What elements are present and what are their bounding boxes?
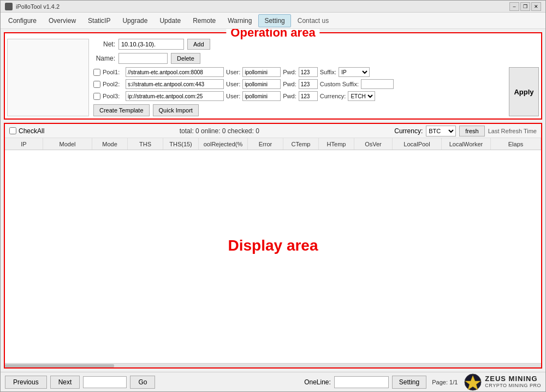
scrollbar-track xyxy=(5,364,541,367)
checkall-label: CheckAll xyxy=(19,127,44,135)
currency-label: Currency: xyxy=(394,127,423,135)
pool3-user[interactable] xyxy=(242,91,281,101)
col-localpool-header: LocalPool xyxy=(393,138,442,150)
page-info: Page: 1/1 xyxy=(432,379,458,385)
pool1-pwd-label: Pwd: xyxy=(283,69,296,75)
col-elaps-header: Elaps xyxy=(491,138,541,150)
pool2-custom-suffix[interactable] xyxy=(361,79,394,89)
pool3-url[interactable] xyxy=(126,91,224,101)
pool3-user-label: User: xyxy=(226,93,240,99)
status-text: total: 0 online: 0 checked: 0 xyxy=(49,127,390,135)
pool2-url[interactable] xyxy=(126,79,224,89)
fresh-button[interactable]: fresh xyxy=(459,126,484,136)
pool-rows: Pool1: User: Pwd: Suffix: IP MAC xyxy=(93,67,505,116)
pool2-suffix-label: Custom Suffix: xyxy=(320,81,359,87)
col-error-header: Error xyxy=(248,138,283,150)
checkall-checkbox[interactable] xyxy=(9,127,16,134)
menu-contactus[interactable]: Contact us xyxy=(292,15,334,27)
pool1-url[interactable] xyxy=(126,67,224,77)
last-refresh-label: Last Refresh Time xyxy=(488,128,537,134)
add-button[interactable]: Add xyxy=(187,39,210,50)
menu-upgrade[interactable]: Upgrade xyxy=(117,15,153,27)
horizontal-scrollbar[interactable] xyxy=(5,363,541,367)
pool1-checkbox[interactable] xyxy=(93,69,100,76)
col-ip-header: IP xyxy=(5,138,43,150)
pool3-pwd[interactable] xyxy=(299,91,318,101)
name-input[interactable] xyxy=(118,53,168,64)
pool2-user[interactable] xyxy=(242,79,281,89)
create-template-button[interactable]: Create Template xyxy=(93,104,150,116)
net-row: Net: Add xyxy=(93,39,539,50)
net-input[interactable] xyxy=(118,39,184,50)
net-label: Net: xyxy=(93,40,115,48)
title-bar: iPolloTool v1.4.2 – ❐ ✕ xyxy=(1,1,545,13)
pool3-checkbox[interactable] xyxy=(93,93,100,100)
pool2-checkbox[interactable] xyxy=(93,81,100,88)
next-button[interactable]: Next xyxy=(50,376,80,389)
col-ths15-header: THS(15) xyxy=(163,138,199,150)
pool2-pwd-label: Pwd: xyxy=(283,81,296,87)
pool1-suffix-select[interactable]: IP MAC Custom xyxy=(339,67,370,77)
pool1-row: Pool1: User: Pwd: Suffix: IP MAC xyxy=(93,67,505,77)
check-bar: CheckAll total: 0 online: 0 checked: 0 C… xyxy=(5,124,541,138)
op-main: Net: Add Name: Delete xyxy=(93,39,539,116)
delete-button[interactable]: Delete xyxy=(171,53,200,64)
scrollbar-thumb[interactable] xyxy=(5,364,114,367)
bottom-setting-button[interactable]: Setting xyxy=(392,376,426,389)
pool1-user-label: User: xyxy=(226,69,240,75)
menu-overview[interactable]: Overview xyxy=(43,15,81,27)
maximize-button[interactable]: ❐ xyxy=(520,2,530,11)
col-mode-header: Mode xyxy=(92,138,128,150)
pool2-user-label: User: xyxy=(226,81,240,87)
minimize-button[interactable]: – xyxy=(509,2,519,11)
pool1-suffix-label: Suffix: xyxy=(320,69,336,75)
menu-configure[interactable]: Configure xyxy=(3,15,42,27)
menu-warning[interactable]: Warning xyxy=(222,15,257,27)
pool3-currency-select[interactable]: ETCH BTC ETH xyxy=(348,91,375,101)
pool2-label: Pool2: xyxy=(103,81,123,87)
close-button[interactable]: ✕ xyxy=(531,2,541,11)
col-ctemp-header: CTemp xyxy=(283,138,319,150)
pool3-row: Pool3: User: Pwd: Currency: ETCH BTC xyxy=(93,91,505,101)
operation-area: Operation area Net: Add Name: Delete xyxy=(4,32,542,120)
main-window: iPolloTool v1.4.2 – ❐ ✕ Configure Overvi… xyxy=(0,0,546,392)
bottom-bar: Previous Next Go OneLine: Setting Page: … xyxy=(1,372,545,391)
pool2-pwd[interactable] xyxy=(299,79,318,89)
table-body xyxy=(5,150,541,363)
menu-update[interactable]: Update xyxy=(154,15,186,27)
name-row: Name: Delete xyxy=(93,53,539,64)
table-header: IP Model Mode THS THS(15) oolRejected(% … xyxy=(5,138,541,150)
op-left-panel xyxy=(7,39,89,116)
menu-remote[interactable]: Remote xyxy=(187,15,221,27)
menu-staticip[interactable]: StaticIP xyxy=(82,15,116,27)
previous-button[interactable]: Previous xyxy=(5,376,47,389)
col-ths-header: THS xyxy=(128,138,163,150)
bottom-buttons-row: Create Template Quick Import xyxy=(93,104,505,116)
pool1-label: Pool1: xyxy=(103,69,123,75)
col-htemp-header: HTemp xyxy=(319,138,354,150)
app-icon xyxy=(5,3,13,10)
col-rejected-header: oolRejected(% xyxy=(199,138,248,150)
zeus-logo: ZEUS MINING CRYPTO MINING PRO xyxy=(464,373,541,391)
pool2-row: Pool2: User: Pwd: Custom Suffix: xyxy=(93,79,505,89)
menu-bar: Configure Overview StaticIP Upgrade Upda… xyxy=(1,13,545,29)
zeus-line2: CRYPTO MINING PRO xyxy=(485,383,541,389)
oneline-label: OneLine: xyxy=(304,378,331,386)
apply-button[interactable]: Apply xyxy=(509,67,539,116)
zeus-line1: ZEUS MINING xyxy=(485,375,541,383)
go-button[interactable]: Go xyxy=(130,376,155,389)
menu-setting[interactable]: Setting xyxy=(258,14,290,27)
page-input[interactable] xyxy=(83,376,127,388)
pool3-pwd-label: Pwd: xyxy=(283,93,296,99)
display-area: CheckAll total: 0 online: 0 checked: 0 C… xyxy=(4,123,542,369)
pool1-user[interactable] xyxy=(242,67,281,77)
main-content: Operation area Net: Add Name: Delete xyxy=(1,29,545,372)
oneline-input[interactable] xyxy=(334,376,389,388)
col-localworker-header: LocalWorker xyxy=(442,138,491,150)
col-osver-header: OsVer xyxy=(354,138,393,150)
name-label: Name: xyxy=(93,55,115,62)
currency-select[interactable]: BTC ETH ETCH xyxy=(426,126,456,136)
pool1-pwd[interactable] xyxy=(299,67,318,77)
col-model-header: Model xyxy=(43,138,92,150)
quick-import-button[interactable]: Quick Import xyxy=(153,104,199,116)
